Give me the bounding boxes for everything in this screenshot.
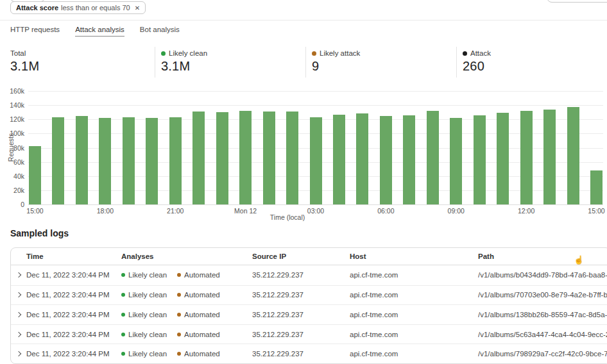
automated-dot-icon <box>177 352 181 356</box>
gridline <box>28 204 603 205</box>
row-expand-button[interactable] <box>11 313 26 317</box>
cell-analyses: Likely cleanAutomated <box>121 291 252 299</box>
bar-01:00[interactable] <box>263 112 275 204</box>
y-tick-label: 140k <box>0 101 24 109</box>
row-expand-button[interactable] <box>11 333 26 336</box>
bar-13:00[interactable] <box>543 110 556 204</box>
bar-08:00[interactable] <box>427 111 439 204</box>
y-tick-label: 60k <box>0 158 24 166</box>
col-header-host: Host <box>350 252 478 260</box>
x-tick-label: 15:00 <box>26 207 43 215</box>
bar-19:00[interactable] <box>123 117 135 204</box>
bar-03:00[interactable] <box>310 117 322 204</box>
badge-label: Likely clean <box>128 271 167 279</box>
table-row[interactable]: Dec 11, 2022 3:20:44 PMLikely cleanAutom… <box>11 285 607 305</box>
partial-button-top-right[interactable] <box>547 0 607 3</box>
tab-bot-analysis[interactable]: Bot analysis <box>140 26 180 37</box>
badge-label: Automated <box>184 350 220 358</box>
bar-00:00[interactable] <box>239 111 252 204</box>
bar-07:00[interactable] <box>403 115 415 204</box>
analysis-badge: Likely clean <box>121 350 167 358</box>
chevron-right-icon <box>16 351 21 356</box>
stat-label: Likely clean <box>169 49 207 57</box>
likely-clean-dot-icon <box>121 273 125 277</box>
cell-path[interactable]: /v1/albums/798929a7-cc2f-42c0-9bce-72851… <box>478 350 607 358</box>
likely-clean-dot-icon <box>121 293 125 297</box>
analysis-badge: Automated <box>177 350 220 358</box>
analytics-tabs: HTTP requests Attack analysis Bot analys… <box>10 26 180 37</box>
stat-value: 3.1M <box>161 59 305 74</box>
tab-http-requests[interactable]: HTTP requests <box>10 26 60 37</box>
sampled-logs-table: Time Analyses Source IP Host Path Dec 11… <box>10 247 607 364</box>
bar-18:00[interactable] <box>99 118 111 204</box>
bar-04:00[interactable] <box>333 115 345 204</box>
bar-02:00[interactable] <box>286 112 298 204</box>
col-header-path: Path <box>478 252 607 260</box>
table-row[interactable]: Dec 11, 2022 3:20:44 PMLikely cleanAutom… <box>11 343 607 363</box>
analysis-badge: Likely clean <box>121 291 167 299</box>
bar-14:00[interactable] <box>567 107 579 204</box>
gridline <box>28 105 603 106</box>
likely-attack-dot-icon <box>312 51 316 56</box>
stat-likely-clean: Likely clean 3.1M <box>155 47 305 78</box>
cell-time: Dec 11, 2022 3:20:44 PM <box>26 291 121 299</box>
cell-analyses: Likely cleanAutomated <box>121 311 252 318</box>
likely-clean-dot-icon <box>121 333 125 336</box>
automated-dot-icon <box>177 273 181 277</box>
y-tick-label: 40k <box>0 172 24 180</box>
cell-time: Dec 11, 2022 3:20:44 PM <box>26 331 121 338</box>
cell-path[interactable]: /v1/albums/70703e00-8e79-4a2e-b7ff-bd192… <box>478 291 607 299</box>
likely-clean-dot-icon <box>121 352 125 356</box>
stat-label: Total <box>10 49 26 57</box>
badge-label: Likely clean <box>128 291 167 299</box>
filter-chip-attack-score[interactable]: Attack score less than or equals 70 ✕ <box>10 1 146 14</box>
tab-attack-analysis[interactable]: Attack analysis <box>75 26 124 37</box>
chevron-right-icon <box>16 331 21 336</box>
stat-value: 9 <box>312 59 456 74</box>
x-axis-title: Time (local) <box>270 213 305 221</box>
filter-operator-label: less than or equals 70 <box>61 4 130 12</box>
bar-21:00[interactable] <box>169 117 182 204</box>
filter-field-label: Attack score <box>16 4 58 12</box>
table-header-row: Time Analyses Source IP Host Path <box>11 248 607 265</box>
bar-22:00[interactable] <box>192 112 205 204</box>
bar-12:00[interactable] <box>520 111 533 204</box>
close-icon[interactable]: ✕ <box>135 4 140 12</box>
bar-05:00[interactable] <box>356 113 368 204</box>
cell-analyses: Likely cleanAutomated <box>121 331 252 338</box>
automated-dot-icon <box>177 313 181 317</box>
bar-15:00[interactable] <box>590 170 603 204</box>
bar-10:00[interactable] <box>474 115 486 204</box>
table-row[interactable]: Dec 11, 2022 3:20:44 PMLikely cleanAutom… <box>11 324 607 344</box>
analysis-badge: Automated <box>177 291 220 299</box>
bar-20:00[interactable] <box>146 118 158 204</box>
cell-path[interactable]: /v1/albums/5c63a447-4ca4-4c04-9ecc-2f6a1… <box>478 331 607 338</box>
table-row[interactable]: Dec 11, 2022 3:20:44 PMLikely cleanAutom… <box>11 265 607 285</box>
bar-11:00[interactable] <box>497 113 509 204</box>
x-tick-label: 03:00 <box>307 207 324 215</box>
table-row[interactable]: Dec 11, 2022 3:20:44 PMLikely cleanAutom… <box>11 304 607 324</box>
x-tick-label: 12:00 <box>518 207 534 215</box>
bar-06:00[interactable] <box>380 116 392 204</box>
row-expand-button[interactable] <box>11 273 26 277</box>
bar-16:00[interactable] <box>52 117 64 204</box>
col-header-source-ip: Source IP <box>252 252 350 260</box>
bar-23:00[interactable] <box>216 112 228 204</box>
bar-15:00[interactable] <box>29 146 41 204</box>
cell-host: api.cf-tme.com <box>350 331 478 338</box>
chevron-right-icon <box>16 292 21 297</box>
cell-path[interactable]: /v1/albums/138bb26b-8559-47ac-8d5a-80ec8… <box>478 311 607 318</box>
cell-source-ip: 35.212.229.237 <box>252 331 350 338</box>
cell-source-ip: 35.212.229.237 <box>252 271 350 279</box>
row-expand-button[interactable] <box>11 293 26 297</box>
cell-path[interactable]: /v1/albums/b0434dd9-78bd-47a6-baa8-59aed… <box>478 271 607 279</box>
x-tick-label: Mon 12 <box>234 207 257 215</box>
analysis-badge: Likely clean <box>121 311 167 318</box>
bar-09:00[interactable] <box>450 118 462 204</box>
bar-17:00[interactable] <box>76 116 88 204</box>
row-expand-button[interactable] <box>11 352 26 356</box>
badge-label: Likely clean <box>128 331 167 338</box>
cell-source-ip: 35.212.229.237 <box>252 350 350 358</box>
stat-total: Total 3.1M <box>0 47 155 78</box>
cell-time: Dec 11, 2022 3:20:44 PM <box>26 350 121 358</box>
